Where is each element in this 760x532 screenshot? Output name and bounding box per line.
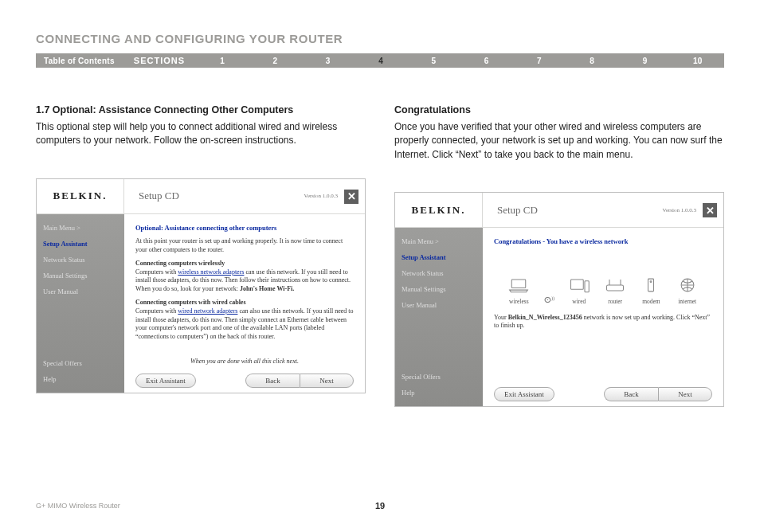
sidebar-manual-settings[interactable]: Manual Settings — [43, 272, 118, 280]
right-column: Congratulations Once you have verified t… — [394, 104, 724, 407]
back-button[interactable]: Back — [245, 374, 300, 388]
device-wireless: wireless — [507, 276, 530, 306]
device-modem: modem — [640, 276, 662, 306]
exit-assistant-button[interactable]: Exit Assistant — [494, 387, 554, 401]
sidebar: Main Menu > Setup Assistant Network Stat… — [395, 228, 483, 406]
sections-label: SECTIONS — [123, 53, 196, 68]
device-router: router — [604, 276, 626, 306]
section-6[interactable]: 6 — [460, 53, 513, 68]
device-internet: internet — [676, 276, 699, 306]
app-screenshot-left: BELKIN. Setup CD Version 1.0.0.3 ✕ Main … — [36, 178, 366, 393]
content-pane-right: Congratulations - You have a wireless ne… — [483, 228, 723, 406]
section-1[interactable]: 1 — [196, 53, 249, 68]
device-icons: wireless ⵙ⁾⁾ wired router — [494, 263, 712, 306]
router-icon — [604, 276, 626, 295]
congrats-message: Your Belkin_N_Wireless_123456 network is… — [494, 314, 712, 331]
left-text: This optional step will help you to conn… — [36, 120, 366, 148]
section-10[interactable]: 10 — [672, 53, 724, 68]
svg-rect-3 — [607, 285, 624, 291]
section-2[interactable]: 2 — [249, 53, 301, 68]
section-nav: Table of Contents SECTIONS 1 2 3 4 5 6 7… — [36, 53, 724, 68]
app-title: Setup CD — [483, 193, 663, 227]
close-icon[interactable]: ✕ — [703, 203, 717, 217]
content-h2: Connecting computers wirelessly — [135, 260, 225, 267]
svg-rect-2 — [585, 280, 589, 291]
section-3[interactable]: 3 — [302, 53, 355, 68]
sidebar-network-status[interactable]: Network Status — [402, 269, 476, 277]
brand-logo: BELKIN. — [395, 193, 483, 227]
section-9[interactable]: 9 — [618, 53, 671, 68]
exit-assistant-button[interactable]: Exit Assistant — [135, 374, 196, 388]
content-note: When you are done with all this click ne… — [135, 358, 354, 366]
content-p3a: Computers with — [135, 307, 178, 315]
page-number: 19 — [36, 501, 724, 510]
content-pane-left: Optional: Assistance connecting other co… — [124, 214, 365, 393]
brand-logo: BELKIN. — [37, 179, 124, 213]
page-title: CONNECTING AND CONFIGURING YOUR ROUTER — [36, 32, 724, 45]
content-p2a: Computers with — [135, 268, 178, 276]
wireless-adapters-link[interactable]: wireless network adapters — [178, 268, 244, 276]
sidebar-manual-settings[interactable]: Manual Settings — [402, 285, 476, 293]
content-title: Optional: Assistance connecting other co… — [135, 224, 354, 233]
network-name: John's Home Wi-Fi. — [240, 285, 294, 292]
content-p1: At this point your router is set up and … — [135, 237, 354, 255]
left-column: 1.7 Optional: Assistance Connecting Othe… — [36, 104, 366, 407]
sidebar-special-offers[interactable]: Special Offers — [43, 359, 118, 367]
sidebar-user-manual[interactable]: User Manual — [402, 301, 476, 309]
section-4[interactable]: 4 — [355, 53, 407, 68]
globe-icon — [676, 276, 699, 295]
desktop-icon — [568, 276, 590, 295]
next-button[interactable]: Next — [658, 387, 712, 401]
app-title: Setup CD — [124, 179, 304, 213]
wired-adapters-link[interactable]: wired network adapters — [178, 307, 237, 315]
version-label: Version 1.0.0.3 — [663, 193, 701, 227]
sidebar-help[interactable]: Help — [43, 375, 118, 383]
right-heading: Congratulations — [394, 104, 724, 115]
sidebar-setup-assistant[interactable]: Setup Assistant — [43, 240, 118, 248]
device-label: wireless — [509, 298, 529, 306]
network-ssid: Belkin_N_Wireless_123456 — [508, 314, 582, 321]
right-text: Once you have verified that your other w… — [394, 120, 724, 162]
page-footer: G+ MIMO Wireless Router 19 — [36, 502, 724, 510]
section-7[interactable]: 7 — [513, 53, 566, 68]
sidebar: Main Menu > Setup Assistant Network Stat… — [37, 214, 124, 393]
content-title: Congratulations - You have a wireless ne… — [494, 237, 712, 246]
section-5[interactable]: 5 — [407, 53, 460, 68]
left-heading: 1.7 Optional: Assistance Connecting Othe… — [36, 104, 366, 115]
wireless-waves-icon: ⵙ⁾⁾ — [544, 295, 554, 306]
svg-point-5 — [651, 280, 652, 282]
device-label: modem — [642, 298, 660, 306]
section-8[interactable]: 8 — [566, 53, 618, 68]
sidebar-main-menu[interactable]: Main Menu > — [43, 224, 118, 232]
device-label: internet — [678, 298, 696, 306]
laptop-icon — [507, 276, 530, 295]
device-label: router — [608, 298, 622, 306]
device-label: wired — [572, 298, 586, 306]
modem-icon — [640, 276, 662, 295]
toc-link[interactable]: Table of Contents — [36, 53, 123, 68]
device-wired: wired — [568, 276, 590, 306]
content-h3: Connecting computers with wired cables — [135, 299, 246, 306]
svg-rect-0 — [512, 280, 527, 288]
version-label: Version 1.0.0.3 — [304, 179, 343, 213]
sidebar-user-manual[interactable]: User Manual — [43, 288, 118, 295]
back-button[interactable]: Back — [604, 387, 658, 401]
next-button[interactable]: Next — [300, 374, 354, 388]
app-screenshot-right: BELKIN. Setup CD Version 1.0.0.3 ✕ Main … — [394, 192, 724, 407]
sidebar-help[interactable]: Help — [402, 389, 476, 397]
sidebar-special-offers[interactable]: Special Offers — [402, 373, 476, 381]
sidebar-main-menu[interactable]: Main Menu > — [402, 237, 476, 245]
sidebar-network-status[interactable]: Network Status — [43, 256, 118, 264]
svg-rect-1 — [570, 280, 583, 289]
close-icon[interactable]: ✕ — [344, 190, 358, 204]
sidebar-setup-assistant[interactable]: Setup Assistant — [402, 253, 476, 261]
